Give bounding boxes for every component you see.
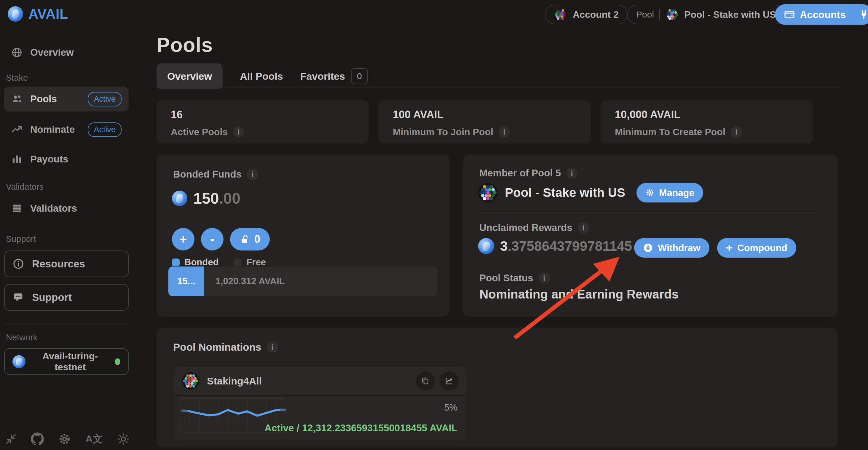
tab-all-pools[interactable]: All Pools [240, 63, 283, 89]
info-circle-icon [12, 258, 24, 270]
validator-name: Staking4All [207, 375, 262, 387]
brand-name: AVAIL [28, 6, 68, 22]
member-pool-identicon [478, 183, 498, 202]
sidebar-item-label: Overview [30, 47, 74, 58]
pool-status-value: Nominating and Earning Rewards [479, 287, 679, 301]
compound-button[interactable]: + Compound [717, 238, 796, 258]
sidebar-item-payouts[interactable]: Payouts [4, 149, 129, 169]
sidebar-item-nominate[interactable]: Nominate Active [4, 119, 129, 140]
legend-free: Free [234, 257, 266, 268]
pill-divider [659, 9, 660, 20]
validator-metrics-button[interactable] [440, 372, 459, 390]
bond-add-button[interactable]: + [172, 228, 194, 251]
account-pill[interactable]: Account 2 [545, 5, 627, 24]
active-badge: Active [88, 122, 122, 137]
member-title: Member of Pool 5 [479, 167, 561, 179]
active-badge: Active [88, 92, 122, 106]
sidebar-item-label: Validators [30, 203, 77, 214]
info-icon[interactable]: i [578, 222, 589, 233]
unlock-icon [240, 234, 250, 244]
stat-value: 16 [171, 108, 354, 121]
bonded-bar-free-label: 1,020.312 AVAIL [216, 276, 285, 287]
validator-identicon [182, 372, 199, 389]
stat-value: 10,000 AVAIL [615, 108, 799, 121]
accounts-button[interactable]: Accounts [775, 4, 868, 25]
legend-bonded-swatch [172, 258, 180, 266]
sidebar-divider [4, 325, 129, 325]
stat-card-min-create: 10,000 AVAIL Minimum To Create Pool i [600, 100, 813, 143]
commission-value: 5% [444, 402, 458, 413]
sidebar-item-validators[interactable]: Validators [4, 198, 129, 219]
withdraw-arrow-icon [643, 243, 653, 253]
stat-label: Minimum To Join Pool [393, 127, 493, 137]
network-status-dot [115, 358, 120, 365]
support-button[interactable]: Support [4, 284, 129, 311]
withdraw-button[interactable]: Withdraw [634, 238, 709, 258]
info-icon[interactable]: i [731, 126, 742, 137]
language-icon[interactable]: A文 [85, 432, 103, 446]
github-icon[interactable] [31, 432, 44, 446]
stat-label: Minimum To Create Pool [615, 127, 725, 137]
plug-icon[interactable] [855, 9, 868, 20]
favorites-count-badge: 0 [351, 68, 368, 84]
collapse-icon[interactable] [5, 433, 17, 445]
nomination-chart-row: 5% Active / 12,312.23365931550018455 AVA… [174, 395, 466, 440]
info-icon[interactable]: i [233, 126, 244, 137]
bonded-bar: 15... 1,020.312 AVAIL [168, 266, 438, 296]
unlock-count: 0 [254, 233, 260, 246]
info-icon[interactable]: i [247, 169, 258, 180]
unclaimed-amount-decimals: .3758643799781145 [508, 238, 632, 254]
copy-address-button[interactable] [416, 372, 435, 390]
sidebar-item-pools[interactable]: Pools Active [4, 87, 129, 111]
legend-bonded: Bonded [172, 257, 218, 268]
brightness-icon[interactable] [117, 433, 129, 445]
sidebar: AVAIL Overview Stake Pools Active Nomina… [0, 0, 147, 450]
gear-icon[interactable] [58, 432, 71, 446]
network-button[interactable]: Avail-turing-testnet [4, 348, 129, 375]
tab-overview[interactable]: Overview [157, 63, 223, 89]
wallet-icon [784, 9, 795, 20]
info-icon[interactable]: i [267, 342, 278, 353]
brand-logo[interactable]: AVAIL [8, 6, 68, 22]
avail-token-icon [478, 238, 494, 254]
pool-nominations-card: Pool Nominations i Staking4All 5% [157, 328, 837, 447]
manage-button[interactable]: Manage [637, 183, 703, 202]
legend-free-swatch [234, 258, 242, 266]
stat-card-min-join: 100 AVAIL Minimum To Join Pool i [378, 100, 591, 143]
tab-favorites-label: Favorites [300, 70, 345, 82]
bonded-amount: 150 [193, 190, 219, 207]
plus-icon: + [726, 242, 733, 254]
member-divider [479, 213, 821, 213]
info-icon[interactable]: i [539, 272, 550, 284]
bond-remove-button[interactable]: - [201, 228, 223, 251]
stat-label: Active Pools [171, 127, 228, 137]
globe-icon [11, 47, 23, 58]
nomination-item: Staking4All 5% Active / 12,312.233659315… [174, 367, 466, 440]
account-identicon [554, 8, 567, 21]
bonded-amount-decimals: .00 [219, 190, 241, 207]
sidebar-section-network: Network [6, 332, 37, 343]
sidebar-section-support: Support [6, 234, 36, 244]
pool-pill[interactable]: Pool Pool - Stake with US [627, 5, 785, 24]
sidebar-section-stake: Stake [6, 73, 28, 83]
page-title: Pools [157, 33, 213, 56]
nomination-header: Staking4All [174, 367, 466, 395]
manage-gear-icon [645, 188, 654, 197]
sidebar-item-overview[interactable]: Overview [4, 42, 129, 63]
info-icon[interactable]: i [499, 126, 510, 137]
trending-up-icon [11, 124, 23, 135]
users-icon [11, 93, 23, 105]
bar-chart-icon [11, 154, 23, 165]
server-icon [11, 203, 23, 214]
info-icon[interactable]: i [566, 167, 578, 179]
unlocks-button[interactable]: 0 [230, 228, 270, 251]
sidebar-section-validators: Validators [6, 182, 43, 192]
chat-icon [12, 291, 24, 303]
accounts-label: Accounts [800, 9, 846, 21]
bonded-funds-title: Bonded Funds [173, 169, 242, 180]
stat-value: 100 AVAIL [393, 108, 577, 121]
resources-button[interactable]: Resources [4, 251, 129, 277]
unclaimed-amount: 3 [500, 238, 508, 254]
pool-status-title: Pool Status [479, 272, 533, 284]
stat-card-active-pools: 16 Active Pools i [157, 100, 369, 143]
